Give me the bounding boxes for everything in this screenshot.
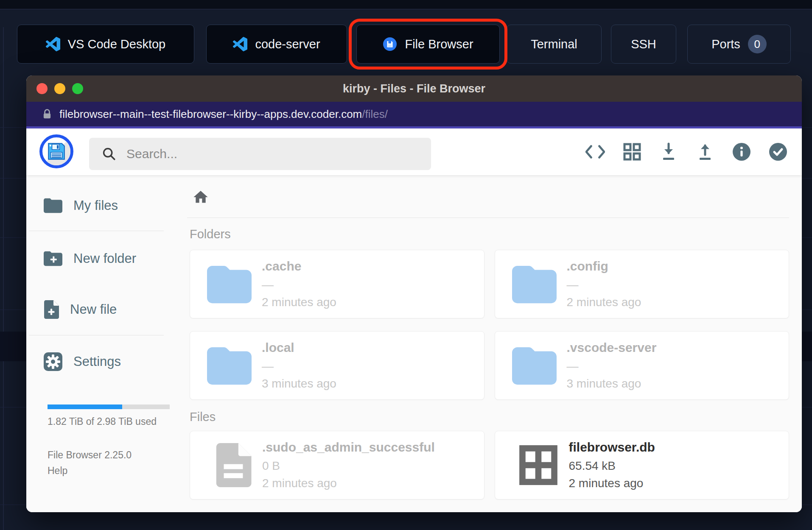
file-card-sudo[interactable]: .sudo_as_admin_successful 0 B 2 minutes …	[190, 431, 484, 499]
item-name: .config	[567, 259, 641, 273]
db-grid-icon	[518, 444, 559, 486]
folder-card-config[interactable]: .config — 2 minutes ago	[495, 250, 790, 318]
search-icon	[102, 147, 116, 161]
folder-card-icon	[512, 265, 557, 304]
item-size: —	[262, 360, 336, 373]
ssh-button[interactable]: SSH	[611, 25, 676, 64]
sidebar-item-label: Settings	[73, 354, 121, 369]
toolbar-actions	[585, 128, 787, 175]
app-version: File Browser 2.25.0	[48, 449, 175, 461]
url-text: filebrowser--main--test-filebrowser--kir…	[59, 108, 388, 121]
info-icon[interactable]	[732, 142, 751, 161]
url-path: /files/	[362, 108, 388, 120]
item-name: .cache	[262, 259, 336, 273]
app-button-label: code-server	[255, 37, 320, 51]
window-title: kirby - Files - File Browser	[26, 82, 802, 95]
new-folder-icon	[44, 251, 62, 267]
storage-progress-bar	[48, 404, 170, 409]
help-link[interactable]: Help	[48, 465, 175, 477]
home-breadcrumb-button[interactable]	[192, 189, 209, 206]
sidebar-divider	[29, 231, 164, 231]
ports-count-badge: 0	[748, 35, 767, 53]
folder-icon	[44, 198, 62, 214]
vscode-desktop-button[interactable]: VS Code Desktop	[17, 25, 194, 64]
app-button-label: Ports	[711, 37, 740, 51]
item-name: .sudo_as_admin_successful	[262, 440, 435, 455]
app-button-label: VS Code Desktop	[68, 37, 166, 51]
folder-card-vscode-server[interactable]: .vscode-server — 3 minutes ago	[495, 331, 790, 400]
terminal-button[interactable]: Terminal	[507, 25, 602, 64]
item-name: filebrowser.db	[569, 440, 655, 455]
desktop-top-strip	[0, 0, 812, 9]
breadcrumb	[190, 189, 789, 206]
file-browser-window: kirby - Files - File Browser filebrowser…	[26, 75, 802, 512]
storage-usage-text: 1.82 TiB of 2.98 TiB used	[48, 416, 175, 427]
item-size: 0 B	[262, 459, 435, 473]
background-divider	[3, 27, 4, 530]
sidebar-item-new-file[interactable]: New file	[26, 296, 175, 323]
folder-card-local[interactable]: .local — 3 minutes ago	[190, 331, 484, 400]
grid-view-icon[interactable]	[623, 142, 641, 161]
files-section-label: Files	[190, 410, 789, 424]
item-name: .vscode-server	[567, 340, 657, 355]
filebrowser-logo[interactable]	[39, 134, 73, 168]
lock-icon	[42, 109, 53, 120]
folders-grid: .cache — 2 minutes ago .config — 2 minut…	[190, 250, 789, 400]
files-grid: .sudo_as_admin_successful 0 B 2 minutes …	[190, 431, 789, 499]
item-size: —	[262, 278, 336, 292]
code-view-icon[interactable]	[585, 144, 605, 159]
storage-progress-fill	[48, 404, 122, 409]
url-host: filebrowser--main--test-filebrowser--kir…	[59, 108, 362, 120]
code-server-button[interactable]: code-server	[206, 25, 347, 64]
item-modified: 2 minutes ago	[262, 477, 435, 490]
app-button-label: File Browser	[405, 37, 473, 51]
sidebar: My files New folder New file	[26, 175, 175, 512]
app-button-label: Terminal	[531, 37, 577, 51]
download-icon[interactable]	[659, 142, 678, 162]
folders-section-label: Folders	[190, 227, 789, 241]
item-size: —	[567, 278, 641, 292]
sidebar-item-label: New folder	[73, 251, 136, 266]
window-titlebar: kirby - Files - File Browser	[26, 75, 802, 102]
folder-card-icon	[207, 346, 252, 385]
floppy-disk-icon	[47, 142, 66, 161]
address-bar[interactable]: filebrowser--main--test-filebrowser--kir…	[26, 102, 802, 126]
item-modified: 2 minutes ago	[569, 477, 655, 490]
item-modified: 3 minutes ago	[567, 377, 657, 391]
filebrowser-icon	[383, 37, 397, 51]
item-modified: 3 minutes ago	[262, 377, 336, 391]
settings-gear-icon	[44, 352, 62, 371]
item-size: —	[567, 360, 657, 373]
file-listing: Folders .cache — 2 minutes ago .config —	[175, 175, 802, 512]
search-input[interactable]	[126, 147, 431, 161]
file-document-icon	[215, 443, 252, 487]
sidebar-item-label: My files	[73, 198, 118, 213]
sidebar-item-label: New file	[70, 302, 117, 317]
upload-icon[interactable]	[696, 142, 714, 162]
item-modified: 2 minutes ago	[567, 296, 641, 309]
sidebar-item-settings[interactable]: Settings	[26, 348, 175, 375]
content-divider	[187, 218, 789, 218]
sidebar-item-new-folder[interactable]: New folder	[26, 245, 175, 272]
ports-button[interactable]: Ports 0	[687, 25, 791, 64]
home-icon	[192, 189, 209, 206]
item-modified: 2 minutes ago	[262, 296, 336, 309]
sidebar-item-my-files[interactable]: My files	[26, 192, 175, 219]
select-all-check-icon[interactable]	[769, 142, 787, 161]
folder-card-icon	[207, 265, 252, 304]
search-box[interactable]	[89, 138, 431, 170]
vscode-icon	[233, 37, 247, 51]
app-button-label: SSH	[631, 37, 656, 51]
item-name: .local	[262, 340, 336, 355]
folder-card-icon	[512, 346, 557, 385]
app-toolbar	[26, 128, 802, 175]
sidebar-divider	[29, 335, 164, 335]
folder-card-cache[interactable]: .cache — 2 minutes ago	[190, 250, 484, 318]
new-file-icon	[44, 300, 59, 319]
file-browser-button[interactable]: File Browser	[356, 25, 500, 64]
vscode-icon	[46, 37, 60, 51]
file-card-filebrowser-db[interactable]: filebrowser.db 65.54 kB 2 minutes ago	[495, 431, 790, 499]
item-size: 65.54 kB	[569, 459, 655, 473]
